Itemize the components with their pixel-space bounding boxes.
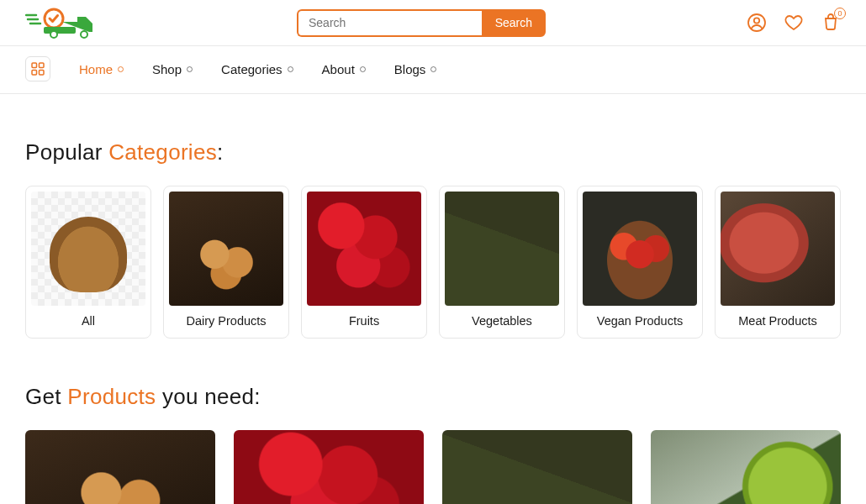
header-top: Search 0 <box>0 0 866 46</box>
wishlist-icon[interactable] <box>784 13 804 33</box>
svg-rect-8 <box>32 71 37 76</box>
product-grid <box>25 430 841 504</box>
category-card[interactable]: All <box>25 186 151 339</box>
svg-rect-7 <box>40 63 45 68</box>
account-icon[interactable] <box>747 13 767 33</box>
grid-icon <box>31 62 45 76</box>
category-label: Vegan Products <box>583 314 697 328</box>
grid-menu-button[interactable] <box>25 56 50 81</box>
category-thumb <box>583 192 697 306</box>
search-button[interactable]: Search <box>482 9 546 37</box>
cart-icon[interactable]: 0 <box>821 13 841 33</box>
svg-point-5 <box>754 18 759 23</box>
nav-item-shop[interactable]: Shop <box>152 62 193 76</box>
cart-badge: 0 <box>834 8 846 19</box>
logo-truck-icon <box>25 7 96 39</box>
product-card[interactable] <box>442 430 632 504</box>
nav-item-categories[interactable]: Categories <box>221 62 293 76</box>
popular-categories-heading: Popular Categories: <box>25 139 841 165</box>
chevron-down-icon <box>360 66 366 72</box>
category-label: Fruits <box>307 314 421 328</box>
product-card[interactable] <box>651 430 841 504</box>
svg-rect-9 <box>40 71 45 76</box>
category-card[interactable]: Fruits <box>301 186 427 339</box>
category-label: All <box>31 314 145 328</box>
category-thumb <box>31 192 145 306</box>
category-card[interactable]: Vegetables <box>439 186 565 339</box>
category-label: Vegetables <box>445 314 559 328</box>
category-thumb <box>169 192 283 306</box>
nav-item-label: Home <box>79 62 113 76</box>
search-input[interactable] <box>297 9 482 37</box>
category-card[interactable]: Vegan Products <box>577 186 703 339</box>
chevron-down-icon <box>118 66 124 72</box>
chevron-down-icon <box>430 66 436 72</box>
chevron-down-icon <box>187 66 193 72</box>
category-label: Dairy Products <box>169 314 283 328</box>
search-bar: Search <box>297 9 546 37</box>
category-thumb <box>307 192 421 306</box>
svg-rect-1 <box>44 27 76 34</box>
category-thumb <box>445 192 559 306</box>
get-products-heading: Get Products you need: <box>25 384 841 410</box>
chevron-down-icon <box>288 66 293 72</box>
logo[interactable] <box>25 7 96 39</box>
product-card[interactable] <box>25 430 215 504</box>
navbar: HomeShopCategoriesAboutBlogs <box>0 46 866 94</box>
nav-item-home[interactable]: Home <box>79 62 124 76</box>
category-card[interactable]: Meat Products <box>715 186 841 339</box>
svg-point-3 <box>81 31 87 38</box>
category-thumb <box>721 192 835 306</box>
product-card[interactable] <box>234 430 424 504</box>
main-content: Popular Categories: AllDairy ProductsFru… <box>0 139 866 504</box>
category-card[interactable]: Dairy Products <box>163 186 289 339</box>
category-label: Meat Products <box>721 314 835 328</box>
svg-rect-6 <box>32 63 37 68</box>
category-grid: AllDairy ProductsFruitsVegetablesVegan P… <box>25 186 841 339</box>
svg-point-2 <box>50 31 57 38</box>
nav-item-label: Shop <box>152 62 182 76</box>
nav-item-blogs[interactable]: Blogs <box>394 62 437 76</box>
nav-item-about[interactable]: About <box>322 62 366 76</box>
nav-item-label: Categories <box>221 62 283 76</box>
header-actions: 0 <box>747 13 841 33</box>
nav-item-label: Blogs <box>394 62 426 76</box>
nav-item-label: About <box>322 62 355 76</box>
